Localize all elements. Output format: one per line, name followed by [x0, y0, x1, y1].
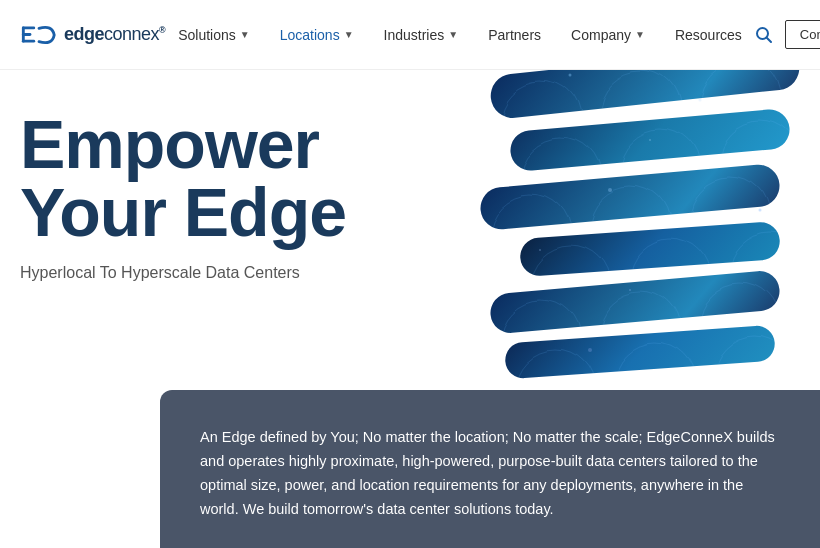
svg-rect-3 — [22, 26, 25, 42]
nav-item-locations[interactable]: Locations ▼ — [267, 0, 367, 69]
nav-item-resources[interactable]: Resources — [662, 0, 755, 69]
nav-item-industries[interactable]: Industries ▼ — [371, 0, 472, 69]
svg-point-11 — [759, 209, 762, 212]
main-nav: Solutions ▼ Locations ▼ Industries ▼ Par… — [165, 0, 755, 69]
hero-subtitle: Hyperlocal To Hyperscale Data Centers — [20, 264, 346, 282]
chevron-down-icon: ▼ — [240, 29, 250, 40]
logo-icon — [20, 22, 58, 48]
svg-point-7 — [649, 139, 651, 141]
sparkle-overlay — [450, 70, 820, 410]
nav-item-company[interactable]: Company ▼ — [558, 0, 658, 69]
svg-point-6 — [569, 74, 572, 77]
hero-text: Empower Your Edge Hyperlocal To Hypersca… — [20, 110, 346, 282]
svg-point-9 — [699, 99, 702, 102]
contact-button[interactable]: Contact — [785, 20, 820, 49]
logo[interactable]: edgeconnex® — [20, 22, 165, 48]
hero-graphic — [450, 70, 820, 410]
info-box: An Edge defined by You; No matter the lo… — [160, 390, 820, 548]
header: edgeconnex® Solutions ▼ Locations ▼ Indu… — [0, 0, 820, 70]
hero-section: Empower Your Edge Hyperlocal To Hypersca… — [0, 70, 820, 410]
search-button[interactable] — [755, 26, 773, 44]
nav-item-partners[interactable]: Partners — [475, 0, 554, 69]
svg-point-12 — [629, 289, 631, 291]
hero-title: Empower Your Edge — [20, 110, 346, 246]
chevron-down-icon: ▼ — [635, 29, 645, 40]
svg-line-5 — [766, 37, 771, 42]
svg-point-13 — [588, 348, 592, 352]
chevron-down-icon: ▼ — [344, 29, 354, 40]
search-icon — [755, 26, 773, 44]
logo-text: edgeconnex® — [64, 24, 165, 45]
header-right: Contact — [755, 20, 820, 49]
svg-point-10 — [539, 249, 541, 251]
nav-item-solutions[interactable]: Solutions ▼ — [165, 0, 263, 69]
info-text: An Edge defined by You; No matter the lo… — [200, 426, 780, 522]
chevron-down-icon: ▼ — [448, 29, 458, 40]
svg-point-8 — [608, 188, 612, 192]
